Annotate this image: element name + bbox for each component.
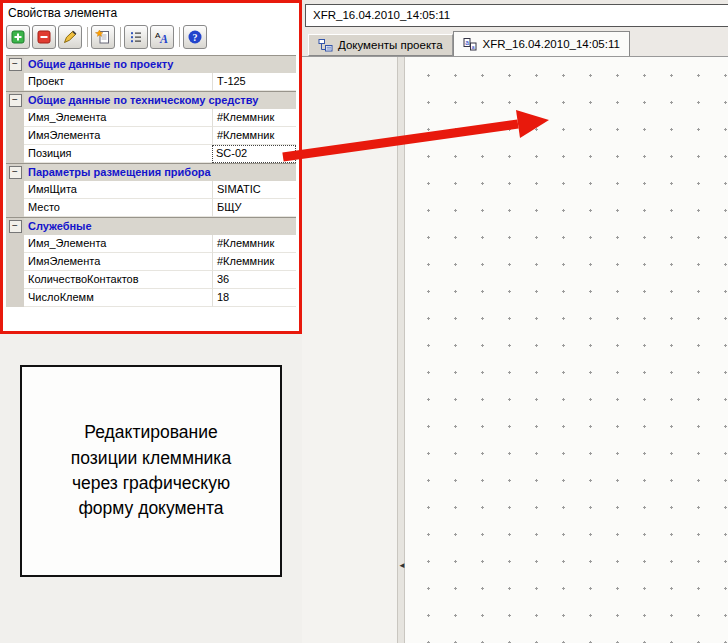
- document-pages-icon: a a: [463, 37, 478, 51]
- property-value[interactable]: #Клеммник: [212, 109, 296, 127]
- tab-document-xfr[interactable]: a a XFR_16.04.2010_14:05:11: [453, 31, 630, 56]
- property-row: ИмяЭлемента#Клеммник: [6, 253, 296, 271]
- edit-button[interactable]: [58, 25, 82, 49]
- document-content: ◄: [302, 56, 728, 643]
- row-gutter: [6, 73, 24, 91]
- category-gutter: −: [6, 218, 24, 235]
- splitter[interactable]: ◄: [397, 57, 405, 643]
- property-value[interactable]: БЩУ: [212, 199, 296, 217]
- property-row: ИмяЭлемента#Клеммник: [6, 127, 296, 145]
- category-row: −Общие данные по проекту: [6, 55, 296, 73]
- tab-label: Документы проекта: [338, 39, 443, 51]
- category-gutter: −: [6, 164, 24, 181]
- property-name: ЧислоКлемм: [24, 289, 212, 307]
- property-value[interactable]: Т-125: [212, 73, 296, 91]
- category-label: Параметры размещения прибора: [24, 164, 296, 181]
- property-name: КоличествоКонтактов: [24, 271, 212, 289]
- help-button[interactable]: ?: [183, 25, 207, 49]
- font-button[interactable]: A A: [150, 25, 174, 49]
- callout-text: Редактирование позиции клеммника через г…: [71, 420, 231, 522]
- category-row: −Служебные: [6, 217, 296, 235]
- category-label: Общие данные по проекту: [24, 56, 296, 73]
- property-name: ИмяЭлемента: [24, 127, 212, 145]
- property-value[interactable]: 18: [212, 289, 296, 307]
- document-panel: XFR_16.04.2010_14:05:11 Документы проект…: [302, 0, 728, 643]
- collapse-button[interactable]: −: [9, 94, 22, 107]
- collapse-button[interactable]: −: [9, 166, 22, 179]
- category-label: Общие данные по техническому средству: [24, 92, 296, 109]
- font-icon: A A: [154, 29, 170, 45]
- row-gutter: [6, 289, 24, 307]
- row-gutter: [6, 145, 24, 163]
- toolbar-separator: [87, 27, 88, 47]
- add-button[interactable]: [6, 25, 30, 49]
- svg-text:?: ?: [193, 32, 198, 43]
- property-name: Проект: [24, 73, 212, 91]
- row-gutter: [6, 181, 24, 199]
- edit-icon: [62, 29, 78, 45]
- property-value[interactable]: #Клеммник: [212, 235, 296, 253]
- property-grid: −Общие данные по проектуПроектТ-125−Общи…: [6, 55, 296, 328]
- property-name: Имя_Элемента: [24, 109, 212, 127]
- row-gutter: [6, 127, 24, 145]
- property-value[interactable]: #Клеммник: [212, 127, 296, 145]
- remove-icon: [36, 29, 52, 45]
- remove-button[interactable]: [32, 25, 56, 49]
- row-gutter: [6, 235, 24, 253]
- properties-panel-title: Свойства элемента: [3, 3, 299, 23]
- tab-project-documents[interactable]: Документы проекта: [308, 34, 453, 56]
- svg-text:a: a: [465, 39, 469, 46]
- terminal-block-diagram[interactable]: [405, 57, 728, 643]
- property-row: ЧислоКлемм18: [6, 289, 296, 307]
- toolbar-separator: [120, 27, 121, 47]
- properties-toolbar: A A ?: [3, 23, 299, 51]
- list-icon: [128, 29, 144, 45]
- new-document-icon: [95, 29, 111, 45]
- row-gutter: [6, 253, 24, 271]
- property-row: ИмяЩитаSIMATIC: [6, 181, 296, 199]
- property-value[interactable]: #Клеммник: [212, 253, 296, 271]
- tab-bar: Документы проекта a a XFR_16.04.2010_14:…: [305, 29, 728, 56]
- toolbar-separator: [179, 27, 180, 47]
- category-row: −Параметры размещения прибора: [6, 163, 296, 181]
- thumbnail-strip: [302, 57, 397, 643]
- property-value[interactable]: 36: [212, 271, 296, 289]
- callout-box: Редактирование позиции клеммника через г…: [20, 365, 282, 577]
- category-gutter: −: [6, 56, 24, 73]
- category-label: Служебные: [24, 218, 296, 235]
- category-row: −Общие данные по техническому средству: [6, 91, 296, 109]
- screen: Свойства элемента: [0, 0, 728, 643]
- new-document-button[interactable]: [91, 25, 115, 49]
- tab-label: XFR_16.04.2010_14:05:11: [483, 38, 620, 50]
- property-name: ИмяЩита: [24, 181, 212, 199]
- document-title: XFR_16.04.2010_14:05:11: [305, 4, 728, 27]
- property-row: ПроектТ-125: [6, 73, 296, 91]
- property-row: ПозицияSC-02: [6, 145, 296, 163]
- row-gutter: [6, 199, 24, 217]
- add-icon: [10, 29, 26, 45]
- property-name: Позиция: [24, 145, 212, 163]
- collapse-button[interactable]: −: [9, 220, 22, 233]
- property-row: КоличествоКонтактов36: [6, 271, 296, 289]
- category-gutter: −: [6, 92, 24, 109]
- help-icon: ?: [187, 29, 203, 45]
- collapse-button[interactable]: −: [9, 58, 22, 71]
- property-value[interactable]: SIMATIC: [212, 181, 296, 199]
- row-gutter: [6, 109, 24, 127]
- properties-panel: Свойства элемента: [0, 0, 302, 334]
- property-row: Имя_Элемента#Клеммник: [6, 109, 296, 127]
- property-name: Место: [24, 199, 212, 217]
- property-name: Имя_Элемента: [24, 235, 212, 253]
- list-button[interactable]: [124, 25, 148, 49]
- drawing-canvas[interactable]: [405, 57, 728, 643]
- property-value[interactable]: SC-02: [212, 145, 296, 163]
- property-row: МестоБЩУ: [6, 199, 296, 217]
- svg-text:A: A: [159, 32, 168, 45]
- property-row: Имя_Элемента#Клеммник: [6, 235, 296, 253]
- property-name: ИмяЭлемента: [24, 253, 212, 271]
- row-gutter: [6, 271, 24, 289]
- project-tree-icon: [318, 38, 333, 52]
